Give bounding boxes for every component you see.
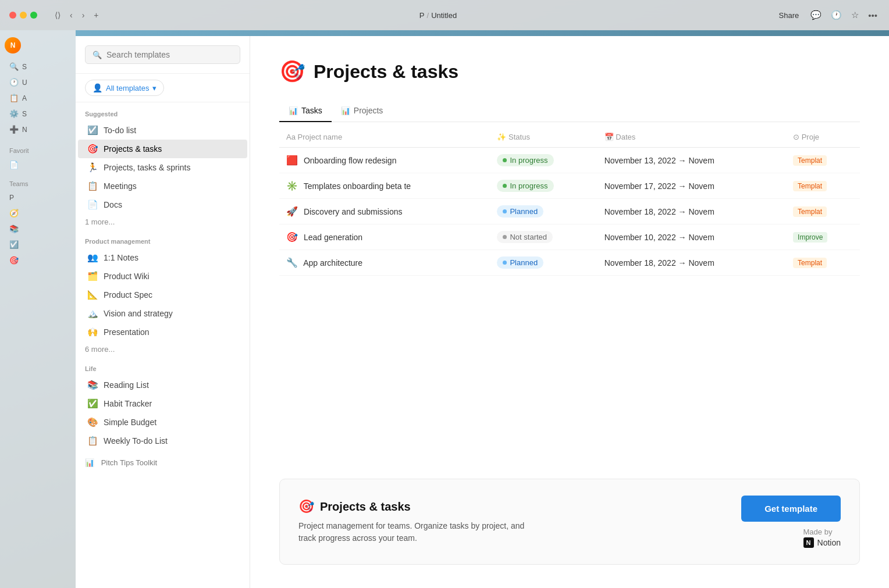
- pitch-icon: 📊: [85, 458, 94, 467]
- sidebar-settings[interactable]: ⚙️ S: [5, 106, 71, 121]
- reading-list-label: Reading List: [104, 380, 149, 390]
- sidebar-item-1[interactable]: 🧭: [5, 206, 71, 220]
- projects-tasks-icon: 🎯: [87, 144, 98, 154]
- sidebar-updates[interactable]: 🕐 U: [5, 75, 71, 90]
- sparkle-icon: ✨: [497, 133, 506, 141]
- habit-tracker-label: Habit Tracker: [104, 399, 152, 408]
- minimize-button[interactable]: [20, 12, 27, 19]
- sidebar-item-sprints[interactable]: 🏃 Projects, tasks & sprints: [78, 158, 247, 177]
- template-header-icon: 🎯: [279, 59, 305, 84]
- search-container: 🔍: [76, 36, 250, 74]
- sidebar-toggle-button[interactable]: ⟨⟩: [51, 8, 64, 22]
- status-dot-2: [503, 184, 507, 188]
- template-right-panel: 🎯 Projects & tasks 📊 Tasks 📊 Projects: [250, 36, 889, 588]
- sidebar-item-2[interactable]: 📚: [5, 222, 71, 236]
- table-row[interactable]: ✳️ Templates onboarding beta te In progr…: [279, 173, 860, 199]
- sidebar-search[interactable]: 🔍 S: [5, 59, 71, 74]
- row-tag-4: Improve: [786, 224, 860, 250]
- sidebar-item-projects-tasks[interactable]: 🎯 Projects & tasks: [78, 140, 247, 158]
- sidebar-item-4[interactable]: 🎯: [5, 253, 71, 268]
- row-icon-3: 🚀: [286, 206, 298, 216]
- avatar-filter-icon: 👤: [93, 83, 102, 92]
- sprints-label: Projects, tasks & sprints: [104, 163, 190, 172]
- share-button[interactable]: Share: [774, 9, 804, 22]
- status-badge-5: Planned: [497, 256, 543, 269]
- col-project-name: Aa Project name: [279, 127, 490, 148]
- sidebar-new[interactable]: ➕ N: [5, 122, 71, 137]
- back-button[interactable]: ‹: [66, 8, 76, 22]
- all-templates-filter[interactable]: 👤 All templates ▾: [85, 80, 164, 96]
- sidebar-item-reading-list[interactable]: 📚 Reading List: [78, 376, 247, 394]
- sidebar-team-p[interactable]: P: [5, 191, 71, 205]
- more-button[interactable]: •••: [866, 8, 880, 23]
- sidebar-all[interactable]: 📋 A: [5, 91, 71, 105]
- sprints-icon: 🏃: [87, 162, 98, 173]
- vision-label: Vision and strategy: [104, 309, 173, 318]
- sidebar-item-presentation[interactable]: 🙌 Presentation: [78, 323, 247, 341]
- sidebar-item-docs[interactable]: 📄 Docs: [78, 195, 247, 214]
- row-dates-1: November 13, 2022 → Novem: [598, 148, 786, 173]
- get-template-button[interactable]: Get template: [741, 496, 841, 522]
- new-tab-button[interactable]: +: [90, 8, 102, 22]
- weekly-todo-icon: 📋: [87, 436, 98, 446]
- suggested-more[interactable]: 1 more...: [76, 214, 250, 230]
- aa-icon: Aa: [286, 133, 296, 141]
- sidebar-item-1on1[interactable]: 👥 1:1 Notes: [78, 248, 247, 267]
- status-badge-4: Not started: [497, 231, 553, 243]
- product-more[interactable]: 6 more...: [76, 341, 250, 357]
- sidebar-item-weekly-todo[interactable]: 📋 Weekly To-do List: [78, 432, 247, 450]
- notion-logo: N: [803, 537, 814, 548]
- sidebar-item-3[interactable]: ☑️: [5, 237, 71, 252]
- tab-projects[interactable]: 📊 Projects: [332, 100, 393, 122]
- target-icon: 🎯: [9, 256, 19, 265]
- sidebar-item-meetings[interactable]: 📋 Meetings: [78, 177, 247, 195]
- window-chrome: ⟨⟩ ‹ › + P / Untitled Share 💬 🕐 ☆ •••: [0, 0, 889, 30]
- row-status-4: Not started: [490, 224, 597, 250]
- status-badge-3: Planned: [497, 205, 543, 218]
- author-row: N Notion: [803, 537, 841, 548]
- doc-icon: 📄: [9, 161, 19, 169]
- row-icon-1: 🟥: [286, 155, 298, 165]
- grid-icon: 📋: [9, 94, 19, 102]
- product-spec-icon: 📐: [87, 290, 98, 300]
- history-button[interactable]: 🕐: [828, 8, 844, 23]
- table-row[interactable]: 🟥 Onboarding flow redesign In progress N…: [279, 148, 860, 173]
- forward-button[interactable]: ›: [79, 8, 88, 22]
- row-dates-4: November 10, 2022 → Novem: [598, 224, 786, 250]
- maximize-button[interactable]: [30, 12, 37, 19]
- sidebar-favorites-item[interactable]: 📄: [5, 158, 71, 172]
- search-input[interactable]: [106, 50, 233, 59]
- sidebar-item-todo[interactable]: ☑️ To-do list: [78, 121, 247, 140]
- tab-tasks[interactable]: 📊 Tasks: [279, 100, 332, 122]
- meetings-label: Meetings: [104, 181, 137, 191]
- template-left-panel: 🔍 👤 All templates ▾ Suggested ☑️ To-do l…: [76, 36, 250, 588]
- docs-label: Docs: [104, 200, 122, 209]
- pitch-tips[interactable]: 📊 Pitch Tips Toolkit: [76, 455, 250, 471]
- sidebar-item-simple-budget[interactable]: 🎨 Simple Budget: [78, 413, 247, 432]
- compass-icon: 🧭: [9, 209, 19, 218]
- projects-tab-label: Projects: [354, 106, 383, 115]
- 1on1-icon: 👥: [87, 252, 98, 263]
- habit-tracker-icon: ✅: [87, 398, 98, 409]
- presentation-label: Presentation: [104, 327, 150, 337]
- sidebar-item-vision[interactable]: 🏔️ Vision and strategy: [78, 304, 247, 323]
- chrome-actions: Share 💬 🕐 ☆ •••: [774, 8, 880, 23]
- sidebar-item-product-wiki[interactable]: 🗂️ Product Wiki: [78, 267, 247, 286]
- close-button[interactable]: [9, 12, 16, 19]
- chevron-down-icon: ▾: [152, 84, 157, 92]
- star-button[interactable]: ☆: [849, 8, 861, 23]
- sidebar-item-product-spec[interactable]: 📐 Product Spec: [78, 286, 247, 304]
- row-dates-2: November 17, 2022 → Novem: [598, 173, 786, 199]
- comment-button[interactable]: 💬: [808, 8, 824, 23]
- cta-description: Project management for teams. Organize t…: [298, 520, 543, 544]
- table-row[interactable]: 🎯 Lead generation Not started November 1…: [279, 224, 860, 250]
- row-name-2: ✳️ Templates onboarding beta te: [279, 173, 490, 199]
- product-mgmt-section-label: Product management: [76, 230, 250, 248]
- table-row[interactable]: 🔧 App architecture Planned November 18, …: [279, 250, 860, 276]
- row-tag-5: Templat: [786, 250, 860, 276]
- row-dates-3: November 18, 2022 → Novem: [598, 199, 786, 224]
- template-modal: 🔍 👤 All templates ▾ Suggested ☑️ To-do l…: [76, 36, 889, 588]
- sidebar-item-habit-tracker[interactable]: ✅ Habit Tracker: [78, 394, 247, 413]
- table-row[interactable]: 🚀 Discovery and submissions Planned Nove…: [279, 199, 860, 224]
- status-dot-5: [503, 261, 507, 265]
